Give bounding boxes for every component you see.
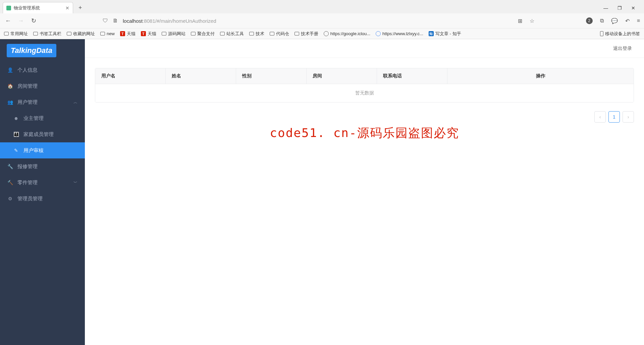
th-room: 房间: [307, 68, 377, 84]
page-prev-button[interactable]: ‹: [594, 111, 606, 123]
sidebar-item-label: 用户审核: [23, 147, 44, 154]
wrench-icon: 🔧: [7, 164, 13, 169]
folder-icon: [191, 32, 196, 36]
sidebar-item-label: 个人信息: [17, 67, 38, 73]
undo-icon[interactable]: ↶: [625, 18, 630, 24]
tmall-icon: T: [120, 31, 125, 36]
url-bar[interactable]: localhost:8081/#/main/homeUnAuthorized: [123, 18, 216, 24]
th-phone: 联系电话: [377, 68, 447, 84]
bookmark-star-icon[interactable]: ☆: [530, 18, 534, 24]
watermark-text: code51. cn-源码乐园盗图必究: [270, 125, 459, 141]
bookmark-item[interactable]: 聚合支付: [191, 31, 215, 37]
sidebar: TalkingData 👤 个人信息 🏠 房间管理 👥 用户管理 ︿ ☻ 业主管…: [0, 39, 85, 345]
globe-icon: [324, 31, 329, 36]
th-name: 姓名: [166, 68, 236, 84]
sidebar-item-family[interactable]: 👨‍👩‍👦 家庭成员管理: [0, 126, 85, 142]
shield-icon[interactable]: 🛡: [103, 18, 108, 24]
bookmark-item[interactable]: 技术: [249, 31, 264, 37]
users-icon: 👥: [7, 99, 13, 105]
bookmark-item[interactable]: 书签工具栏: [33, 31, 61, 37]
folder-icon: [294, 32, 299, 36]
tab-bar: 物业管理系统 ✕ + — ❐ ✕: [0, 0, 644, 13]
bookmark-item[interactable]: 收藏的网址: [67, 31, 95, 37]
folder-icon: [100, 32, 105, 36]
data-table: 用户名 姓名 性别 房间 联系电话 操作 暂无数据: [95, 68, 634, 102]
sidebar-item-user[interactable]: 👥 用户管理 ︿: [0, 94, 85, 110]
sidebar-item-label: 零件管理: [17, 180, 38, 186]
sidebar-item-repair[interactable]: 🔧 报修管理: [0, 158, 85, 175]
qr-icon[interactable]: ⊞: [518, 18, 522, 24]
sidebar-item-personal[interactable]: 👤 个人信息: [0, 62, 85, 78]
table-header: 用户名 姓名 性别 房间 联系电话 操作: [95, 68, 634, 84]
bookmark-item[interactable]: T天猫: [141, 31, 156, 37]
minimize-button[interactable]: —: [603, 5, 608, 11]
sidebar-item-room[interactable]: 🏠 房间管理: [0, 78, 85, 94]
chevron-up-icon: ︿: [73, 99, 77, 105]
logout-link[interactable]: 退出登录: [613, 46, 632, 52]
bookmark-item[interactable]: https://www.lzlxyy.c...: [376, 31, 423, 36]
back-button[interactable]: ←: [4, 17, 12, 24]
bookmark-item[interactable]: 源码网站: [162, 31, 185, 37]
tool-icon: 🔨: [7, 180, 13, 185]
bookmark-mobile[interactable]: 移动设备上的书签: [600, 31, 640, 37]
content: 用户名 姓名 性别 房间 联系电话 操作 暂无数据 ‹ 1 › code51. …: [85, 58, 644, 133]
th-username: 用户名: [95, 68, 166, 84]
person-icon: 👤: [7, 67, 13, 73]
folder-icon: [4, 32, 9, 36]
folder-icon: [220, 32, 225, 36]
favicon-icon: [6, 6, 11, 10]
folder-icon: [270, 32, 274, 36]
google-icon: [376, 31, 381, 36]
nav-bar: ← → ↻ 🛡 🗎 localhost:8081/#/main/homeUnAu…: [0, 13, 644, 28]
bookmark-item[interactable]: 知写文章 - 知乎: [429, 31, 461, 37]
sidebar-item-owner[interactable]: ☻ 业主管理: [0, 110, 85, 126]
topbar: 退出登录: [85, 39, 644, 58]
document-icon: 🗎: [113, 18, 118, 24]
bookmark-item[interactable]: 代码仓: [270, 31, 289, 37]
bookmark-item[interactable]: T天猫: [120, 31, 136, 37]
sidebar-item-label: 用户管理: [17, 99, 38, 106]
main-area: 退出登录 用户名 姓名 性别 房间 联系电话 操作 暂无数据 ‹ 1 › cod…: [85, 39, 644, 345]
reload-button[interactable]: ↻: [30, 17, 38, 24]
notification-badge[interactable]: 2: [586, 17, 593, 24]
pagination: ‹ 1 ›: [95, 111, 634, 123]
logo: TalkingData: [0, 39, 85, 62]
maximize-button[interactable]: ❐: [618, 5, 622, 11]
zhihu-icon: 知: [429, 31, 434, 36]
folder-icon: [249, 32, 254, 36]
folder-icon: [33, 32, 38, 36]
th-operation: 操作: [447, 68, 634, 84]
forward-button[interactable]: →: [17, 17, 25, 24]
mobile-icon: [600, 31, 603, 36]
crop-icon[interactable]: ⧉: [600, 18, 604, 24]
new-tab-button[interactable]: +: [76, 2, 85, 13]
page-next-button[interactable]: ›: [623, 111, 634, 123]
sidebar-item-parts[interactable]: 🔨 零件管理 ﹀: [0, 175, 85, 191]
sidebar-item-label: 报修管理: [17, 163, 38, 170]
bookmark-item[interactable]: 常用网址: [4, 31, 28, 37]
window-controls: — ❐ ✕: [603, 5, 641, 13]
table-empty-text: 暂无数据: [95, 84, 634, 102]
folder-icon: [162, 32, 166, 36]
tab-title: 物业管理系统: [14, 5, 63, 11]
sidebar-item-label: 业主管理: [23, 115, 44, 122]
bookmark-item[interactable]: new: [100, 31, 115, 36]
bookmark-item[interactable]: 站长工具: [220, 31, 244, 37]
menu-icon[interactable]: ≡: [637, 18, 640, 24]
bookmark-item[interactable]: https://google.iclou...: [324, 31, 370, 36]
contact-icon: ☻: [13, 116, 19, 121]
chat-icon[interactable]: 💬: [611, 18, 618, 24]
browser-chrome: 物业管理系统 ✕ + — ❐ ✕ ← → ↻ 🛡 🗎 localhost:808…: [0, 0, 644, 39]
th-gender: 性别: [236, 68, 307, 84]
browser-tab[interactable]: 物业管理系统 ✕: [3, 2, 73, 13]
sidebar-item-label: 管理员管理: [17, 196, 43, 202]
bookmark-item[interactable]: 技术手册: [294, 31, 318, 37]
audit-icon: ✎: [13, 148, 19, 153]
app-container: TalkingData 👤 个人信息 🏠 房间管理 👥 用户管理 ︿ ☻ 业主管…: [0, 39, 644, 345]
close-window-button[interactable]: ✕: [631, 5, 635, 11]
sidebar-item-audit[interactable]: ✎ 用户审核: [0, 142, 85, 158]
page-number-button[interactable]: 1: [608, 111, 620, 123]
sidebar-item-admin[interactable]: ⚙ 管理员管理: [0, 191, 85, 207]
admin-icon: ⚙: [7, 196, 13, 201]
close-tab-icon[interactable]: ✕: [65, 5, 69, 11]
